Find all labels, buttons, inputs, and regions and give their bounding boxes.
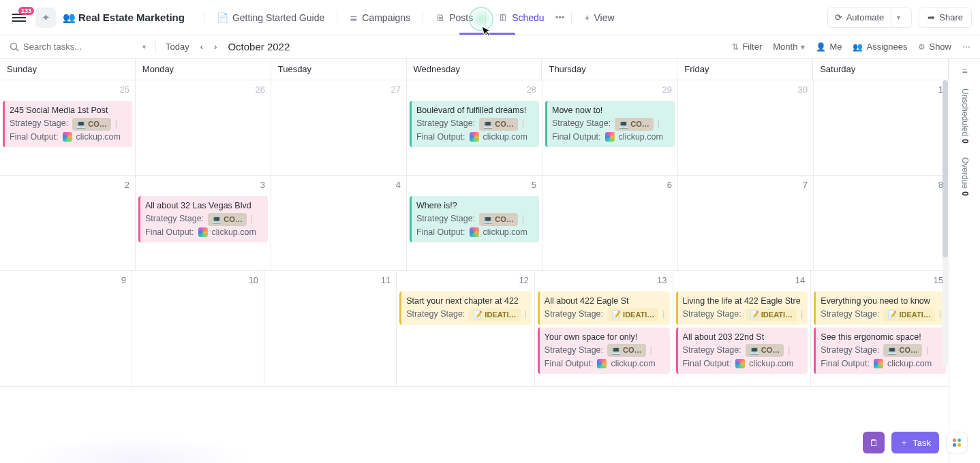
- show-button[interactable]: ⚙ Show: [918, 42, 951, 52]
- calendar-day[interactable]: 27: [271, 80, 407, 175]
- stage-badge: 💻 CO…: [883, 344, 922, 357]
- day-number: 29: [662, 84, 672, 95]
- task-title: Your own space for only!: [545, 331, 665, 344]
- calendar-day[interactable]: 1: [814, 80, 949, 175]
- scrollbar[interactable]: [943, 80, 948, 366]
- task-card[interactable]: 245 Social Media 1st PostStrategy Stage:…: [3, 101, 132, 147]
- task-title: See this ergonomic space!: [821, 331, 941, 344]
- tab-schedule[interactable]: 🗓 Schedu: [489, 0, 553, 35]
- calendar-day[interactable]: 6: [542, 176, 678, 270]
- calendar-day[interactable]: 10: [132, 271, 264, 386]
- calendar-day[interactable]: 7: [678, 176, 814, 270]
- day-header: Tuesday: [271, 59, 407, 80]
- task-title: All about 32 Las Vegas Blvd: [145, 199, 263, 212]
- calendar-day[interactable]: 25245 Social Media 1st PostStrategy Stag…: [0, 80, 136, 175]
- svg-line-1: [16, 48, 19, 51]
- calendar-day[interactable]: 11: [264, 271, 397, 386]
- calendar-day[interactable]: 30: [678, 80, 814, 175]
- calendar-day[interactable]: 28Boulevard of fulfilled dreams!Strategy…: [407, 80, 542, 175]
- chevron-down-icon[interactable]: ▾: [891, 8, 904, 27]
- clickup-icon: [605, 132, 615, 142]
- task-card[interactable]: Move now to!Strategy Stage:💻 CO…|Final O…: [545, 101, 675, 147]
- calendar-day[interactable]: 5Where is!?Strategy Stage:💻 CO…|Final Ou…: [407, 176, 542, 270]
- plus-icon: +: [584, 12, 589, 23]
- automate-icon: ⟳: [835, 12, 842, 22]
- calendar-day[interactable]: 15Everything you need to knowStrategy St…: [811, 271, 949, 386]
- task-card[interactable]: Where is!?Strategy Stage:💻 CO…|Final Out…: [410, 196, 539, 242]
- hamburger-menu[interactable]: 133: [8, 10, 30, 26]
- svg-point-0: [11, 43, 17, 49]
- calendar-day[interactable]: 3All about 32 Las Vegas BlvdStrategy Sta…: [136, 176, 271, 270]
- plus-icon: ＋: [900, 436, 908, 449]
- task-card[interactable]: Start your next chapter at 422Strategy S…: [399, 291, 532, 325]
- task-title: Where is!?: [416, 199, 534, 212]
- calendar-day[interactable]: 29Move now to!Strategy Stage:💻 CO…|Final…: [542, 80, 678, 175]
- rail-toggle-icon[interactable]: ≡: [962, 65, 967, 76]
- new-task-fab[interactable]: ＋ Task: [891, 432, 939, 453]
- add-view-button[interactable]: + View: [575, 12, 624, 23]
- calendar-day[interactable]: 4: [271, 176, 407, 270]
- task-card[interactable]: Living the life at 422 Eagle StreStrateg…: [676, 291, 808, 325]
- day-number: 3: [260, 180, 265, 190]
- sparkle-icon[interactable]: ✦: [35, 7, 56, 28]
- calendar-day[interactable]: 9: [0, 271, 132, 386]
- calendar-day[interactable]: 26: [136, 80, 271, 175]
- task-title: All about 422 Eagle St: [545, 295, 665, 308]
- share-button[interactable]: ➦ Share: [919, 7, 972, 28]
- stage-badge: 📝 IDEATI…: [469, 308, 520, 321]
- filter-button[interactable]: ⇅ Filter: [732, 42, 762, 52]
- ellipsis-icon: ⋯: [962, 42, 970, 52]
- task-card[interactable]: All about 203 22nd StStrategy Stage:💻 CO…: [676, 328, 808, 374]
- apps-fab[interactable]: [946, 432, 968, 453]
- calendar-day[interactable]: 8: [814, 176, 949, 270]
- task-card[interactable]: Everything you need to knowStrategy Stag…: [814, 291, 946, 325]
- tab-posts[interactable]: 🗎 Posts: [426, 0, 483, 35]
- chevron-down-icon[interactable]: ▾: [142, 43, 146, 50]
- task-card[interactable]: See this ergonomic space!Strategy Stage:…: [814, 328, 946, 374]
- me-filter[interactable]: 👤 Me: [816, 42, 842, 52]
- task-title: All about 203 22nd St: [683, 331, 803, 344]
- calendar-day[interactable]: 12Start your next chapter at 422Strategy…: [397, 271, 535, 386]
- unscheduled-panel[interactable]: Unscheduled 0: [960, 89, 970, 144]
- day-header: Thursday: [542, 59, 677, 80]
- day-number: 14: [795, 275, 805, 285]
- day-number: 6: [667, 180, 672, 190]
- month-selector[interactable]: Month ▾: [773, 42, 805, 52]
- task-title: Start your next chapter at 422: [406, 295, 527, 308]
- page-title[interactable]: 👥 Real Estate Marketing: [63, 12, 185, 24]
- task-card[interactable]: Boulevard of fulfilled dreams!Strategy S…: [410, 101, 539, 147]
- view-tabs: 📄 Getting Started Guide ≣ Campaigns 🗎 Po…: [201, 0, 624, 35]
- search-input[interactable]: [23, 42, 119, 52]
- stage-badge: 💻 CO…: [479, 118, 518, 131]
- task-card[interactable]: Your own space for only!Strategy Stage:💻…: [538, 328, 670, 374]
- task-card[interactable]: All about 32 Las Vegas BlvdStrategy Stag…: [138, 196, 268, 242]
- overdue-panel[interactable]: Overdue 0: [960, 157, 970, 196]
- stage-badge: 💻 CO…: [607, 344, 646, 357]
- calendar-day[interactable]: 2: [0, 176, 136, 270]
- calendar-day[interactable]: 14Living the life at 422 Eagle StreStrat…: [673, 271, 812, 386]
- tab-campaigns[interactable]: ≣ Campaigns: [340, 0, 420, 35]
- task-title: 245 Social Media 1st Post: [10, 104, 127, 117]
- task-title: Boulevard of fulfilled dreams!: [416, 104, 534, 117]
- today-button[interactable]: Today: [166, 42, 189, 52]
- day-number: 2: [125, 180, 129, 190]
- calendar-day[interactable]: 13All about 422 Eagle StStrategy Stage:📝…: [535, 271, 673, 386]
- task-title: Everything you need to know: [821, 295, 941, 308]
- clickup-icon: [63, 132, 72, 142]
- task-card[interactable]: All about 422 Eagle StStrategy Stage:📝 I…: [538, 291, 670, 325]
- day-number: 25: [120, 84, 129, 95]
- list-icon: ≣: [350, 12, 358, 23]
- stage-badge: 💻 CO…: [72, 118, 111, 131]
- tab-getting-started[interactable]: 📄 Getting Started Guide: [207, 0, 334, 35]
- notepad-fab[interactable]: 🗒: [863, 432, 885, 453]
- clickup-icon: [874, 359, 883, 368]
- next-month-button[interactable]: ›: [211, 40, 219, 53]
- automate-button[interactable]: ⟳ Automate ▾: [827, 7, 913, 28]
- prev-month-button[interactable]: ‹: [198, 40, 206, 53]
- more-options[interactable]: ⋯: [962, 42, 970, 52]
- assignees-filter[interactable]: 👥 Assignees: [853, 42, 907, 52]
- doc-icon: 🗎: [435, 12, 445, 23]
- clickup-icon: [597, 359, 607, 368]
- gear-icon: ⚙: [918, 42, 925, 52]
- day-number: 11: [381, 275, 391, 285]
